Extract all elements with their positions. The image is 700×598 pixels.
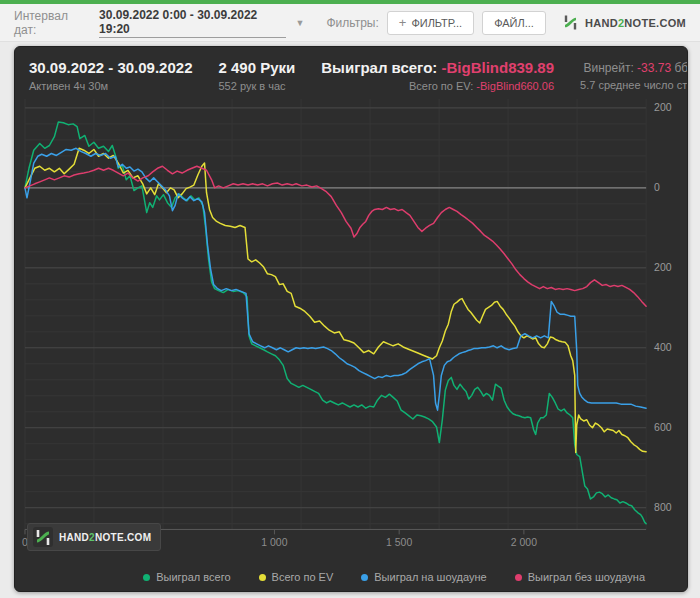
stat-winnings: Выиграл всего: -BigBlind839.89 Всего по … <box>321 59 554 92</box>
legend-label: Выиграл без шоудауна <box>528 571 645 583</box>
stat-active-time: Активен 4ч 30м <box>29 80 192 92</box>
legend-dot-icon <box>143 574 150 581</box>
series-line <box>25 148 646 452</box>
stat-hands-value: 2 490 Руки <box>218 59 295 76</box>
stat-date-range: 30.09.2022 - 30.09.2022 Активен 4ч 30м <box>29 59 192 92</box>
chevron-down-icon[interactable]: ▼ <box>296 18 305 28</box>
add-filter-label: ФИЛЬТР... <box>411 17 462 29</box>
stat-winrate: Винрейт: -33.73 бб/100 5.7 среднее число… <box>580 59 688 91</box>
legend-dot-icon <box>361 574 368 581</box>
legend-label: Выиграл всего <box>156 571 230 583</box>
chart-svg: 200020040060080005001 0001 5002 000 <box>15 99 687 563</box>
series-line <box>25 122 646 524</box>
hand2note-logo-icon <box>562 14 579 31</box>
stat-avg-tables: 5.7 среднее число столов <box>580 79 688 91</box>
stat-winrate-line: Винрейт: -33.73 бб/100 <box>580 61 688 75</box>
watermark-logo-text: HAND2NOTE.COM <box>59 532 151 543</box>
file-button-label: ФАЙЛ... <box>494 17 534 29</box>
winrate-value: -33.73 <box>637 61 671 75</box>
toolbar: Интервал дат: 30.09.2022 0:00 - 30.09.20… <box>0 4 700 42</box>
watermark-logo-icon <box>33 527 53 547</box>
chart-legend: Выиграл всегоВсего по EVВыиграл на шоуда… <box>15 563 687 591</box>
add-filter-button[interactable]: + ФИЛЬТР... <box>387 11 474 35</box>
y-axis-label: 800 <box>654 502 672 513</box>
x-axis-label: 1 500 <box>386 537 412 548</box>
stat-ev-total: Всего по EV: -BigBlind660.06 <box>321 80 554 92</box>
date-range-control[interactable]: 30.09.2022 0:00 - 30.09.2022 19:20 <box>99 8 285 38</box>
stat-hands: 2 490 Руки 552 рук в час <box>218 59 295 92</box>
legend-item[interactable]: Всего по EV <box>259 571 334 583</box>
stat-won-total: Выиграл всего: -BigBlind839.89 <box>321 59 554 76</box>
watermark-logo: HAND2NOTE.COM <box>27 523 161 551</box>
legend-item[interactable]: Выиграл без шоудауна <box>515 571 645 583</box>
stat-hands-per-hour: 552 рук в час <box>218 80 295 92</box>
legend-label: Выиграл на шоудауне <box>374 571 486 583</box>
legend-item[interactable]: Выиграл всего <box>143 571 230 583</box>
interval-label: Интервал дат: <box>14 9 91 37</box>
hand2note-logo-text: HAND2NOTE.COM <box>585 17 686 29</box>
hand2note-logo: HAND2NOTE.COM <box>562 14 686 31</box>
y-axis-label: 0 <box>654 182 660 193</box>
legend-dot-icon <box>259 574 266 581</box>
legend-label: Всего по EV <box>272 571 334 583</box>
plus-icon: + <box>399 18 407 28</box>
file-button[interactable]: ФАЙЛ... <box>482 11 546 35</box>
y-axis-label: 200 <box>654 262 672 273</box>
won-total-value: -BigBlind839.89 <box>442 59 555 76</box>
y-axis-label: 600 <box>654 422 672 433</box>
filters-label: Фильтры: <box>327 16 379 30</box>
x-axis-label: 1 000 <box>261 537 287 548</box>
y-axis-label: 400 <box>654 342 672 353</box>
legend-item[interactable]: Выиграл на шоудауне <box>361 571 486 583</box>
winnings-chart: 200020040060080005001 0001 5002 000 HAND… <box>15 99 687 563</box>
legend-dot-icon <box>515 574 522 581</box>
stats-header: 30.09.2022 - 30.09.2022 Активен 4ч 30м 2… <box>15 47 687 99</box>
stat-date-range-value: 30.09.2022 - 30.09.2022 <box>29 59 192 76</box>
ev-total-value: -BigBlind660.06 <box>476 80 554 92</box>
y-axis-label: 200 <box>654 102 672 113</box>
x-axis-label: 2 000 <box>511 537 537 548</box>
report-panel: 30.09.2022 - 30.09.2022 Активен 4ч 30м 2… <box>14 46 688 592</box>
